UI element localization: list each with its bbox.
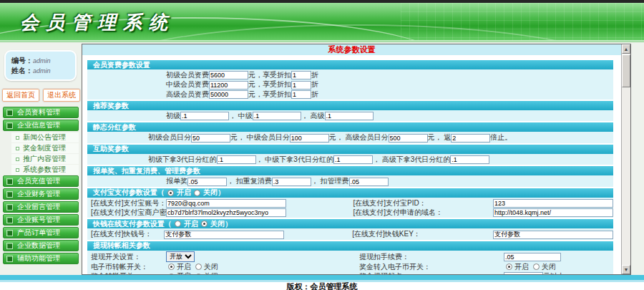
withdraw-row: 电子币转帐开关： 开启 关闭 奖金转入电子币开关： 开启 关闭: [87, 262, 613, 271]
section-header-fee: 会员资费参数设置: [87, 60, 613, 69]
fee-amount-input[interactable]: [209, 71, 248, 79]
radio-label: 关闭: [210, 219, 225, 229]
separator-text: 元，: [329, 133, 343, 141]
sidebar-subitem-promo-content[interactable]: 推广内容管理: [11, 154, 79, 164]
sidebar-menu: 会员资料管理 企业信息管理 新闻公告管理 奖金制度管理 推广内容管理 系统参数管…: [3, 107, 79, 264]
withdraw-fee-input[interactable]: [504, 253, 561, 261]
sidebar-item-orders[interactable]: 产品订单管理: [3, 227, 79, 238]
menu-square-icon: [6, 204, 13, 211]
fee-row: 初级会员资费元，享受折扣折: [87, 70, 613, 79]
section-body-mutual: 初级下拿3代日分红的， 中级下拿3代日分红的， 高级下拿3代日分红的: [87, 154, 613, 165]
sidebar-item-enterprise-info[interactable]: 企业信息管理: [3, 120, 79, 131]
bonus-transfer-on-radio[interactable]: [168, 274, 175, 275]
daily-dividend-input[interactable]: [290, 134, 329, 142]
multiple-cap-input[interactable]: [451, 134, 490, 142]
kuaiqian-on-radio[interactable]: [175, 221, 181, 227]
ecoin-transfer-on-radio[interactable]: [168, 264, 175, 270]
bonus-transfer-off-radio[interactable]: [195, 274, 202, 275]
separator-text: ，: [301, 112, 308, 120]
alipay-on-radio[interactable]: [167, 190, 174, 196]
alipay-off-radio[interactable]: [194, 190, 200, 196]
kuaiqian-account-input[interactable]: [164, 231, 284, 239]
mutual-input[interactable]: [333, 155, 373, 164]
alipay-merchant-key-input[interactable]: [166, 208, 286, 217]
recommend-input[interactable]: [325, 112, 374, 120]
field-label: 折: [311, 90, 318, 98]
scroll-down-icon[interactable]: ▼: [622, 265, 630, 274]
field-label: 高级: [311, 112, 325, 120]
scrollbar-thumb[interactable]: [622, 54, 630, 87]
user-name-label: 姓名：: [11, 67, 33, 74]
fee-row: 中级会员资费元，享受折扣折: [87, 79, 613, 89]
alipay-domain-input[interactable]: [493, 208, 613, 217]
sidebar-item-label: 会员充值管理: [17, 176, 60, 186]
sidebar-item-member-data[interactable]: 会员资料管理: [3, 107, 79, 118]
mutual-input[interactable]: [450, 155, 489, 164]
fee-amount-input[interactable]: [209, 81, 248, 90]
withdraw-threshold-input[interactable]: [504, 272, 543, 275]
withdraw-switch-select[interactable]: 开放: [166, 251, 195, 262]
bonus-to-ecoin-on-radio[interactable]: [506, 264, 512, 270]
vertical-scrollbar[interactable]: ▲ ▼: [621, 44, 630, 274]
user-name-row: 姓名：admin: [11, 66, 71, 76]
scroll-up-icon[interactable]: ▲: [622, 44, 630, 54]
field-label: 初级: [166, 112, 180, 120]
kuaiqian-off-radio[interactable]: [201, 221, 208, 227]
radio-label: 开启: [514, 263, 529, 271]
separator-text: 元，: [230, 133, 245, 141]
daily-dividend-input[interactable]: [191, 134, 230, 142]
sidebar-item-label: 辅助功能管理: [17, 253, 60, 264]
sidebar-subitem-bonus-rules[interactable]: 奖金制度管理: [11, 143, 79, 153]
user-id-value: admin: [33, 57, 51, 64]
ecoin-transfer-off-radio[interactable]: [195, 264, 202, 270]
fee-row: 高级会员资费元，享受折扣折: [87, 90, 613, 99]
radio-label: 开启: [184, 219, 198, 229]
user-info-box: 编号：admin 姓名：admin: [4, 50, 77, 81]
fee-discount-input[interactable]: [291, 81, 311, 90]
sidebar-item-data-mgmt[interactable]: 企业数据管理: [3, 240, 79, 251]
main-panel: 系统参数设置 会员资费参数设置 初级会员资费元，享受折扣折 中级会员资费元，享受…: [82, 44, 631, 275]
sidebar-item-label: 企业留言管理: [17, 202, 60, 212]
field-label: 奖金转入电子币开关：: [359, 262, 504, 271]
field-label: [在线支付]支付宝PID：: [353, 198, 493, 208]
user-name-value: admin: [33, 67, 51, 74]
sidebar-item-accounts[interactable]: 企业账号管理: [3, 214, 79, 226]
alipay-pid-input[interactable]: [493, 199, 613, 208]
separator-text: ，: [229, 112, 236, 120]
field-label: 折: [311, 80, 318, 88]
kuaiqian-key-input[interactable]: [493, 231, 613, 239]
fee-discount-input[interactable]: [291, 71, 311, 79]
section-header-static-dividend: 静态分红参数: [87, 122, 613, 132]
separator-text: ，: [256, 155, 263, 163]
sidebar-item-recharge[interactable]: 会员充值管理: [3, 175, 79, 187]
sidebar-item-finance[interactable]: 企业财务管理: [3, 188, 79, 200]
logout-button[interactable]: 退出系统: [43, 89, 80, 102]
recommend-input[interactable]: [180, 112, 229, 120]
sidebar-item-aux-functions[interactable]: 辅助功能管理: [3, 253, 79, 264]
bonus-to-ecoin-off-radio[interactable]: [533, 264, 540, 270]
management-fee-input[interactable]: [349, 178, 389, 186]
withdraw-row: 提现开关设置： 开放 提现扣手续费：: [87, 251, 613, 262]
section-header-alipay: 支付宝支付参数设置 （ 开启 关闭 ）: [87, 188, 613, 198]
section-body-kuaiqian: [在线支付]快钱号： [在线支付]快钱KEY：: [87, 228, 613, 239]
recommend-input[interactable]: [253, 112, 301, 120]
fee-discount-input[interactable]: [291, 90, 311, 99]
separator-text: 倍止。: [490, 133, 512, 141]
mutual-input[interactable]: [217, 155, 256, 164]
report-award-input[interactable]: [187, 178, 227, 186]
field-label: 高级会员资费: [166, 90, 209, 98]
alipay-row: [在线支付]支付宝商户密钥： [在线支付]支付申请的域名：: [87, 208, 613, 217]
home-button[interactable]: 返回首页: [2, 89, 39, 102]
paren-text: ）: [225, 219, 232, 229]
sidebar-subitem-system-params[interactable]: 系统参数管理: [11, 165, 79, 175]
alipay-account-input[interactable]: [166, 199, 286, 208]
app-banner: 会员管理系统: [0, 3, 644, 40]
field-label: 提现开关设置：: [87, 252, 166, 261]
sidebar-subitem-news[interactable]: 新闻公告管理: [11, 132, 79, 142]
section-body-alipay: [在线支付]支付宝账号： [在线支付]支付宝PID： [在线支付]支付宝商户密钥…: [87, 198, 613, 218]
sidebar-item-messages[interactable]: 企业留言管理: [3, 201, 79, 213]
daily-dividend-input[interactable]: [389, 134, 428, 142]
repeat-consume-input[interactable]: [272, 178, 311, 186]
radio-label: 开启: [177, 263, 191, 271]
fee-amount-input[interactable]: [209, 90, 248, 99]
